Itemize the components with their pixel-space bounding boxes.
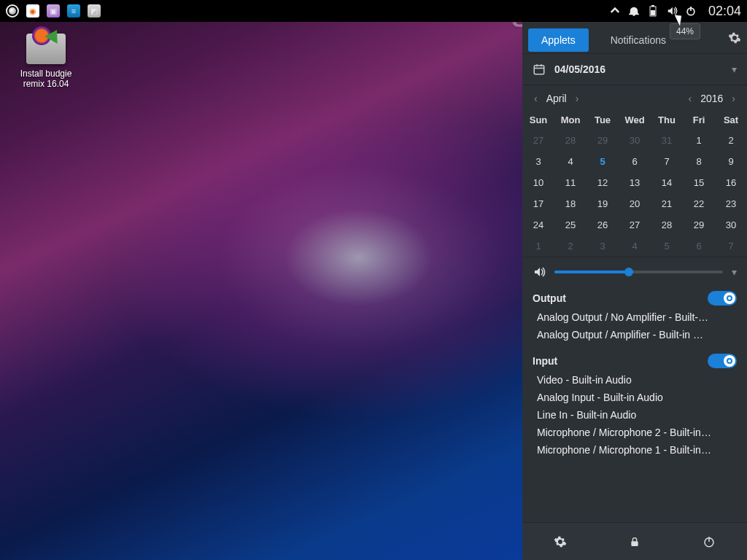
calendar-day[interactable]: 18 bbox=[554, 193, 587, 214]
calendar-day[interactable]: 30 bbox=[619, 130, 651, 151]
raven-footer bbox=[522, 522, 747, 560]
svg-rect-9 bbox=[631, 541, 638, 546]
volume-menu-button[interactable]: ▾ bbox=[732, 266, 737, 278]
notifications-tray-icon[interactable] bbox=[628, 5, 640, 17]
calendar-day[interactable]: 26 bbox=[587, 214, 619, 236]
calendar-day[interactable]: 29 bbox=[587, 130, 619, 151]
speaker-icon bbox=[533, 266, 546, 278]
calendar-day[interactable]: 17 bbox=[522, 193, 554, 214]
file-manager-launcher-icon[interactable]: ▣ bbox=[47, 4, 60, 18]
calendar-day[interactable]: 25 bbox=[554, 214, 587, 236]
calendar-day[interactable]: 27 bbox=[522, 130, 554, 151]
calendar-day[interactable]: 8 bbox=[683, 151, 715, 172]
output-list: Analog Output / No Amplifier - Built-…An… bbox=[522, 308, 747, 348]
calendar-day[interactable]: 3 bbox=[587, 236, 619, 257]
calendar-icon bbox=[533, 63, 546, 76]
footer-settings-button[interactable] bbox=[539, 528, 581, 556]
calendar-day[interactable]: 16 bbox=[715, 172, 747, 193]
audio-option[interactable]: Video - Built-in Audio bbox=[537, 371, 740, 389]
calendar-day[interactable]: 13 bbox=[619, 172, 651, 193]
calendar-day[interactable]: 28 bbox=[651, 214, 683, 236]
calendar-day[interactable]: 6 bbox=[619, 151, 651, 172]
battery-tray-icon[interactable] bbox=[647, 5, 659, 17]
install-desktop-icon[interactable]: Install budgie remix 16.04 bbox=[13, 34, 79, 90]
volume-slider[interactable] bbox=[554, 271, 723, 273]
calendar-day[interactable]: 2 bbox=[715, 130, 747, 151]
tab-applets[interactable]: Applets bbox=[528, 28, 589, 52]
installer-icon bbox=[26, 34, 66, 64]
raven-sidebar: Applets Notifications 04/05/2016 ▾ ‹ Apr… bbox=[522, 22, 747, 560]
calendar-dropdown-button[interactable]: ▾ bbox=[732, 63, 737, 75]
next-year-button[interactable]: › bbox=[727, 90, 740, 107]
calendar-day[interactable]: 19 bbox=[587, 193, 619, 214]
audio-option[interactable]: Analog Input - Built-in Audio bbox=[537, 389, 740, 406]
calendar-day[interactable]: 24 bbox=[522, 214, 554, 236]
volume-tooltip: 44% bbox=[670, 23, 700, 39]
calendar-day[interactable]: 20 bbox=[619, 193, 651, 214]
output-header: Output bbox=[522, 285, 747, 308]
calendar-day[interactable]: 3 bbox=[522, 151, 554, 172]
input-toggle[interactable] bbox=[708, 354, 737, 368]
next-month-button[interactable]: › bbox=[571, 90, 584, 107]
audio-option[interactable]: Analog Output / Amplifier - Built-in … bbox=[537, 326, 740, 343]
prev-month-button[interactable]: ‹ bbox=[530, 90, 542, 107]
calendar-day[interactable]: 15 bbox=[683, 172, 715, 193]
calendar-dow: Mon bbox=[554, 110, 587, 130]
audio-option[interactable]: Line In - Built-in Audio bbox=[537, 406, 740, 424]
desktop-icon-label: Install budgie remix 16.04 bbox=[13, 69, 79, 90]
calendar-day[interactable]: 7 bbox=[715, 236, 747, 257]
prev-year-button[interactable]: ‹ bbox=[684, 90, 697, 107]
calendar-day[interactable]: 1 bbox=[683, 130, 715, 151]
output-label: Output bbox=[533, 292, 566, 304]
screenshot-launcher-icon[interactable]: ◩ bbox=[88, 4, 101, 18]
calendar-day[interactable]: 2 bbox=[554, 236, 587, 257]
month-label: April bbox=[542, 93, 571, 104]
calendar-day[interactable]: 5 bbox=[651, 236, 683, 257]
calendar-grid: SunMonTueWedThuFriSat 272829303112345678… bbox=[522, 110, 747, 257]
firefox-launcher-icon[interactable]: ◉ bbox=[26, 4, 39, 18]
calendar-day[interactable]: 7 bbox=[651, 151, 683, 172]
calendar-day[interactable]: 1 bbox=[522, 236, 554, 257]
calendar-dow: Wed bbox=[619, 110, 651, 130]
audio-option[interactable]: Analog Output / No Amplifier - Built-… bbox=[537, 308, 740, 326]
calendar-day[interactable]: 28 bbox=[554, 130, 587, 151]
volume-tray-icon[interactable] bbox=[666, 5, 678, 17]
calendar-day[interactable]: 9 bbox=[715, 151, 747, 172]
raven-tabs: Applets Notifications bbox=[522, 22, 747, 54]
calendar-day[interactable]: 30 bbox=[715, 214, 747, 236]
output-toggle[interactable] bbox=[708, 291, 737, 306]
svg-rect-1 bbox=[651, 5, 654, 7]
calendar-day[interactable]: 14 bbox=[651, 172, 683, 193]
network-tray-icon[interactable] bbox=[609, 5, 621, 17]
calendar-day[interactable]: 4 bbox=[619, 236, 651, 257]
footer-lock-button[interactable] bbox=[614, 528, 655, 556]
calendar-day[interactable]: 21 bbox=[651, 193, 683, 214]
input-list: Video - Built-in AudioAnalog Input - Bui… bbox=[522, 371, 747, 463]
calendar-header: 04/05/2016 ▾ bbox=[522, 54, 747, 85]
power-tray-icon[interactable] bbox=[685, 5, 697, 17]
text-editor-launcher-icon[interactable]: ≡ bbox=[67, 4, 80, 18]
year-label: 2016 bbox=[696, 93, 727, 104]
calendar-day[interactable]: 4 bbox=[554, 151, 587, 172]
calendar-day[interactable]: 11 bbox=[554, 172, 587, 193]
budgie-menu-button[interactable] bbox=[6, 4, 19, 18]
calendar-day[interactable]: 5 bbox=[587, 151, 619, 172]
calendar-day[interactable]: 31 bbox=[651, 130, 683, 151]
calendar-day[interactable]: 23 bbox=[715, 193, 747, 214]
calendar-day[interactable]: 22 bbox=[683, 193, 715, 214]
calendar-dow: Tue bbox=[587, 110, 619, 130]
calendar-day[interactable]: 6 bbox=[683, 236, 715, 257]
calendar-day[interactable]: 29 bbox=[683, 214, 715, 236]
calendar-day[interactable]: 27 bbox=[619, 214, 651, 236]
calendar-day[interactable]: 10 bbox=[522, 172, 554, 193]
audio-option[interactable]: Microphone / Microphone 1 - Built-in… bbox=[537, 441, 740, 459]
panel-clock[interactable]: 02:04 bbox=[708, 4, 741, 19]
input-label: Input bbox=[533, 355, 557, 367]
calendar-dow: Sat bbox=[715, 110, 747, 130]
footer-power-button[interactable] bbox=[688, 528, 730, 556]
tab-notifications[interactable]: Notifications bbox=[597, 28, 679, 52]
raven-settings-button[interactable] bbox=[728, 31, 741, 44]
calendar-date: 04/05/2016 bbox=[554, 63, 605, 75]
audio-option[interactable]: Microphone / Microphone 2 - Built-in… bbox=[537, 424, 740, 441]
calendar-day[interactable]: 12 bbox=[587, 172, 619, 193]
